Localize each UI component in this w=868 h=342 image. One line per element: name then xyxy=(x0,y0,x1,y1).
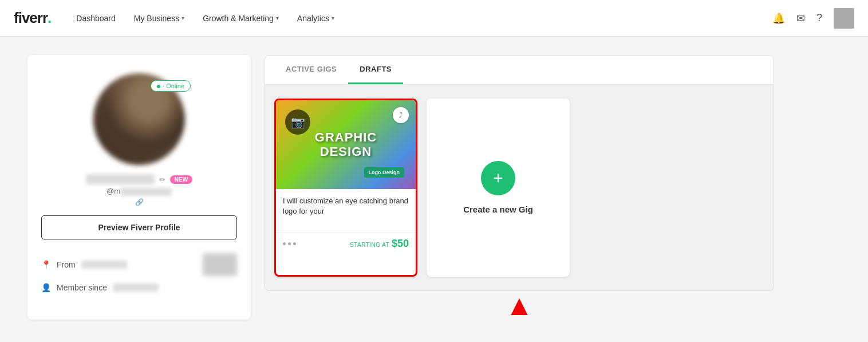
from-value-blurred xyxy=(81,261,127,269)
chevron-down-icon: ▾ xyxy=(182,15,184,21)
help-icon[interactable]: ? xyxy=(816,12,822,24)
gigs-section: ACTIVE GIGS DRAFTS 📷 GRAPHIC DESIGN Logo… xyxy=(265,55,774,320)
gig-card-image: 📷 GRAPHIC DESIGN Logo Design ⤴ xyxy=(276,100,416,189)
main-content: · Online ✏ NEW @m 🔗 Preview Fiverr Profi… xyxy=(0,37,802,338)
person-icon: 👤 xyxy=(41,283,51,292)
nav-links: Dashboard My Business ▾ Growth & Marketi… xyxy=(69,9,754,27)
dot-icon xyxy=(283,242,286,245)
dot-icon xyxy=(293,242,296,245)
tab-active-gigs[interactable]: ACTIVE GIGS xyxy=(274,56,348,84)
create-gig-plus-button[interactable]: + xyxy=(481,161,515,195)
notifications-bell-icon[interactable]: 🔔 xyxy=(772,12,785,25)
gig-card-body: I will customize an eye catching brand l… xyxy=(276,189,416,233)
member-since-value-blurred xyxy=(113,284,159,292)
dot-icon xyxy=(288,242,291,245)
edit-name-icon[interactable]: ✏ xyxy=(159,175,165,184)
member-since-item: 👤 Member since xyxy=(41,283,237,292)
logo-dot: . xyxy=(48,9,51,27)
profile-card: · Online ✏ NEW @m 🔗 Preview Fiverr Profi… xyxy=(27,55,251,320)
arrow-up-icon: ▲ xyxy=(505,291,534,320)
tab-drafts[interactable]: DRAFTS xyxy=(348,56,403,84)
profile-handle: @m xyxy=(106,187,172,196)
nav-my-business[interactable]: My Business ▾ xyxy=(127,9,191,27)
logo[interactable]: fiverr. xyxy=(14,9,51,27)
preview-profile-button[interactable]: Preview Fiverr Profile xyxy=(41,215,237,239)
gig-options-button[interactable] xyxy=(283,242,296,245)
nav-dashboard[interactable]: Dashboard xyxy=(69,9,123,27)
draft-gig-card: 📷 GRAPHIC DESIGN Logo Design ⤴ I will cu… xyxy=(274,99,417,277)
chevron-down-icon: ▾ xyxy=(276,15,279,21)
handle-blurred xyxy=(120,188,172,196)
gig-title: I will customize an eye catching brand l… xyxy=(283,196,409,223)
gigs-content: 📷 GRAPHIC DESIGN Logo Design ⤴ I will cu… xyxy=(265,85,774,291)
share-button[interactable]: ⤴ xyxy=(393,107,409,123)
gig-price: STARTING AT $50 xyxy=(350,238,409,250)
from-flag-blurred xyxy=(203,253,237,276)
logo-text: fiverr xyxy=(14,9,48,27)
nav-analytics[interactable]: Analytics ▾ xyxy=(290,9,341,27)
create-gig-card[interactable]: + Create a new Gig xyxy=(427,99,570,277)
profile-meta: 📍 From 👤 Member since xyxy=(41,253,237,292)
messages-icon[interactable]: ✉ xyxy=(796,12,805,25)
avatar[interactable] xyxy=(834,8,854,29)
gig-image-text: GRAPHIC DESIGN xyxy=(315,131,377,158)
create-gig-label: Create a new Gig xyxy=(463,205,533,214)
from-item: 📍 From xyxy=(41,253,237,276)
logo-design-badge: Logo Design xyxy=(364,167,405,178)
location-icon: 📍 xyxy=(41,260,51,269)
nav-icons: 🔔 ✉ ? xyxy=(772,8,854,29)
navbar: fiverr. Dashboard My Business ▾ Growth &… xyxy=(0,0,868,37)
link-icon[interactable]: 🔗 xyxy=(135,198,144,206)
new-badge: NEW xyxy=(170,175,192,184)
gigs-tabs: ACTIVE GIGS DRAFTS xyxy=(265,55,774,85)
online-badge: · Online xyxy=(151,80,191,92)
nav-growth-marketing[interactable]: Growth & Marketing ▾ xyxy=(196,9,286,27)
avatar-container: · Online xyxy=(93,73,185,165)
profile-name-row: ✏ NEW xyxy=(86,174,192,184)
arrow-container: ▲ xyxy=(265,291,774,320)
profile-name-blurred xyxy=(86,174,155,184)
gig-card-footer: STARTING AT $50 xyxy=(276,233,416,257)
chevron-down-icon: ▾ xyxy=(332,15,334,21)
online-dot-icon xyxy=(157,85,160,88)
